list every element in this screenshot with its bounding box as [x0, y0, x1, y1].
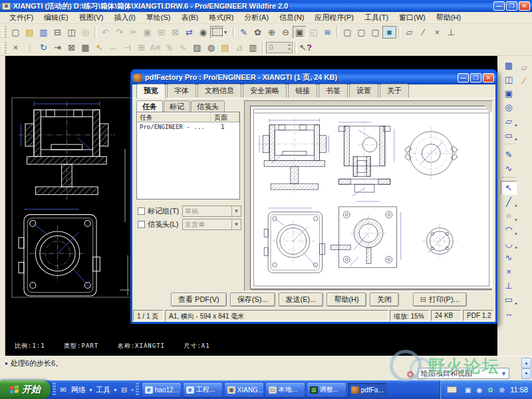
display-tray-icon[interactable]: ▣ — [464, 386, 472, 394]
zoom-out-icon[interactable]: ⊖ — [279, 26, 293, 39]
tab-security[interactable]: 安全策略 — [243, 84, 287, 98]
menu-sketch[interactable]: 草绘(S) — [141, 11, 176, 24]
subtab-letterhead[interactable]: 信笺头 — [191, 100, 225, 112]
menu-info[interactable]: 信息(N) — [274, 11, 309, 24]
move-special-icon[interactable]: ⇥ — [51, 41, 65, 54]
task-button-hao123[interactable]: e hao12... — [142, 383, 181, 397]
circle-tool-icon[interactable]: ○ — [501, 209, 517, 223]
filter-dropdown-icon[interactable]: ▼ — [501, 370, 509, 377]
align-icon[interactable]: ⊿ — [232, 41, 246, 54]
dimension-icon[interactable]: ↔ — [106, 41, 120, 54]
point-tool-icon[interactable]: × — [501, 265, 517, 279]
markgroup-combo[interactable]: 草稿 ▼ — [182, 205, 241, 217]
layers-icon[interactable]: ≋ — [321, 26, 334, 39]
main-titlebar[interactable]: ▣ XIANGTI (活动的) D:\练习\箱体\箱体\XIANGTI.DRW.… — [0, 0, 532, 12]
wireframe-view-icon[interactable]: ▢ — [340, 26, 354, 39]
task-button-local-disk[interactable]: ▭ 本地... — [266, 383, 305, 397]
menu-help[interactable]: 帮助(H) — [431, 11, 466, 24]
table2-icon[interactable]: ▥ — [246, 41, 260, 54]
csys-tool-icon[interactable]: ⊥ — [501, 279, 517, 293]
delete-icon[interactable]: × — [9, 41, 23, 54]
list-icon[interactable]: ⋮ — [23, 41, 37, 54]
table-icon[interactable]: ▦ — [78, 41, 92, 54]
note-icon[interactable]: A≡ — [148, 41, 162, 54]
shaded-view-icon[interactable]: ■ — [382, 26, 396, 39]
model-tree-icon[interactable]: ⇄ — [182, 26, 196, 39]
tools-toolbar-label[interactable]: 工具 — [94, 385, 112, 395]
save-icon[interactable]: ▥ — [37, 26, 51, 39]
task-list[interactable]: 任务 页面 Pro/ENGINEER - ... 1 — [136, 112, 240, 200]
toolbar-grip[interactable] — [3, 42, 7, 54]
fillet-tool-icon[interactable]: ◡ — [501, 237, 517, 251]
rectangle-tool-icon[interactable]: ▭ — [501, 293, 517, 307]
selection-filter-combo[interactable]: 绘图项目和视图 ▼ — [418, 368, 509, 379]
send-mail-icon[interactable]: ◎ — [78, 26, 92, 39]
task-row[interactable]: Pro/ENGINEER - ... 1 — [137, 122, 239, 132]
tab-bookmarks[interactable]: 书签 — [319, 84, 348, 98]
subtab-marks[interactable]: 标记 — [164, 100, 190, 112]
spin-center-icon[interactable]: ✿ — [251, 26, 265, 39]
overflow-chevron[interactable]: » — [131, 388, 134, 392]
datum-axis-gray-icon[interactable]: ⁄ — [517, 74, 531, 88]
menu-insert[interactable]: 插入(I) — [108, 11, 140, 24]
hatch-icon[interactable]: ▨ — [190, 41, 204, 54]
column-task[interactable]: 任务 — [137, 112, 211, 122]
sketch-tool-icon[interactable]: ✎ — [501, 148, 517, 162]
dialog-maximize-button[interactable]: ❐ — [470, 73, 481, 82]
datum-plane-tool-icon[interactable]: ▱ — [501, 114, 517, 128]
task-button-pdffactory[interactable]: pdfFa... — [348, 383, 387, 397]
close-button[interactable]: ✕ — [519, 1, 530, 11]
markgroup-checkbox[interactable] — [138, 207, 145, 215]
redo-icon[interactable]: ↷ — [112, 26, 126, 39]
ime-keyboard-icon[interactable] — [447, 386, 457, 393]
dialog-minimize-button[interactable]: — — [458, 73, 469, 82]
select-box-dropdown[interactable]: ▾ — [224, 29, 231, 35]
line-tool-icon[interactable]: ╱ — [501, 195, 517, 209]
start-button[interactable]: 开始 — [0, 380, 51, 399]
task-button-tiaozheng[interactable]: ▦ 调整... — [307, 383, 346, 397]
dimension-tool-icon[interactable]: ↔ — [501, 307, 517, 321]
antivirus-tray-icon[interactable]: ✿ — [486, 386, 495, 394]
folder-icon[interactable]: ▤ — [218, 41, 232, 54]
save-button[interactable]: 保存(S)... — [230, 293, 275, 307]
modify-icon[interactable]: ∿ — [176, 41, 190, 54]
letterhead-checkbox[interactable] — [138, 221, 145, 228]
cut-icon[interactable]: ✂ — [126, 26, 140, 39]
datum-point-toggle-icon[interactable]: × — [430, 26, 444, 39]
paste-icon[interactable]: ⊞ — [154, 26, 168, 39]
task-button-xiangti[interactable]: ▣ XIANG... — [225, 383, 263, 397]
net-dropdown-icon[interactable]: ▼ — [88, 388, 93, 392]
no-hidden-view-icon[interactable]: ▢ — [368, 26, 382, 39]
window-cascade-icon[interactable]: ▣ — [501, 86, 517, 100]
menu-tools[interactable]: 工具(T) — [359, 11, 394, 24]
balloon-icon[interactable]: ◍ — [204, 41, 218, 54]
sketcher-display-icon[interactable]: ✎ — [237, 26, 251, 39]
scroll-up-icon[interactable]: ▲ — [521, 358, 531, 368]
lock-view-icon[interactable]: ⊠ — [65, 41, 78, 54]
tab-fonts[interactable]: 字体 — [167, 84, 196, 98]
dropdown-arrow-icon[interactable]: ▼ — [231, 219, 241, 229]
net-toolbar-label[interactable]: 网络 — [70, 385, 87, 395]
print-icon[interactable]: ⊟ — [51, 26, 65, 39]
restore-button[interactable]: ❐ — [506, 1, 517, 11]
hidden-line-view-icon[interactable]: ▢ — [354, 26, 368, 39]
orbit-icon[interactable]: ◎ — [501, 100, 517, 114]
help-button[interactable]: 帮助(H) — [327, 293, 366, 307]
select-box-icon[interactable] — [210, 26, 224, 39]
network-tray-icon[interactable]: ⊕ — [497, 386, 506, 394]
tab-preview[interactable]: 预览 — [136, 84, 166, 98]
menu-edit[interactable]: 编辑(E) — [39, 11, 74, 24]
letterhead-combo[interactable]: 发货单 ▼ — [182, 219, 241, 230]
datum-csys-toggle-icon[interactable]: ⊥ — [444, 26, 458, 39]
datum-axis-toggle-icon[interactable]: ⁄ — [416, 26, 430, 39]
dropdown-arrow-icon[interactable]: ▼ — [231, 206, 241, 216]
spinner-arrows-icon[interactable]: ▲▼ — [287, 43, 291, 52]
select-arrow-icon[interactable]: ↖ — [501, 181, 517, 195]
print-preview-icon[interactable]: ◫ — [65, 26, 78, 39]
view-pdf-button[interactable]: 查看 PDF(V) — [171, 293, 227, 307]
column-page[interactable]: 页面 — [211, 112, 239, 122]
tools-dropdown-icon[interactable]: ▼ — [113, 388, 118, 392]
paste-special-icon[interactable]: ⊠ — [168, 26, 182, 39]
tab-links[interactable]: 链接 — [288, 84, 317, 98]
spline-tool-icon[interactable]: ∿ — [501, 251, 517, 265]
